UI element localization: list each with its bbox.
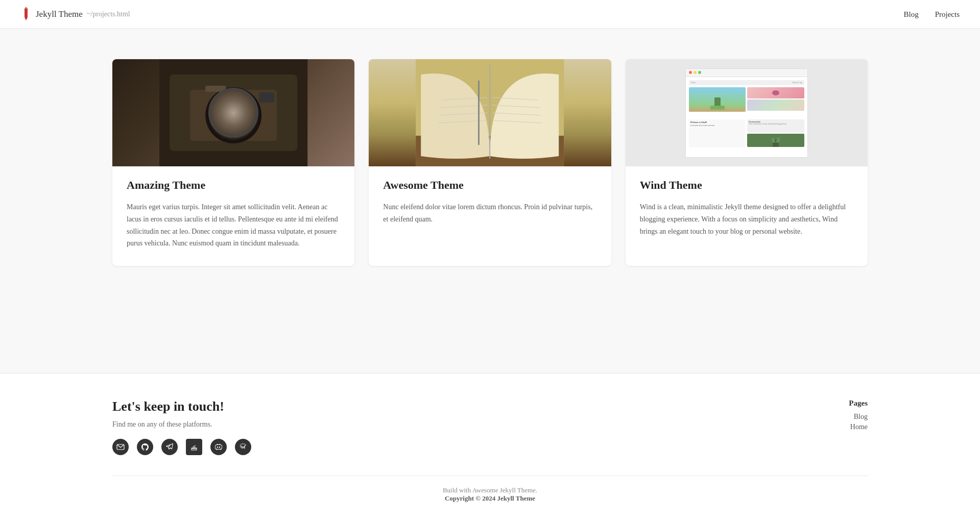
projects-grid: Amazing Theme Mauris eget varius turpis.… — [112, 59, 868, 266]
wind-top-bar — [686, 69, 807, 77]
project-image-wind: Wind Menu Nav Tags — [626, 59, 868, 166]
footer: Let's keep in touch! Find me on any of t… — [0, 373, 980, 523]
footer-stackoverflow-link[interactable] — [186, 439, 202, 455]
footer-telegram-link[interactable] — [161, 439, 178, 455]
footer-mastodon-link[interactable] — [235, 439, 251, 455]
navbar: Jekyll Theme ~/projects.html Blog Projec… — [0, 0, 980, 29]
card-body-amazing: Amazing Theme Mauris eget varius turpis.… — [112, 166, 354, 266]
mastodon-icon — [239, 443, 247, 451]
footer-right: Pages Blog Home — [849, 399, 868, 433]
github-icon — [141, 443, 149, 451]
footer-page-home[interactable]: Home — [849, 423, 868, 431]
card-desc-awesome: Nunc eleifend dolor vitae lorem dictum r… — [383, 201, 596, 226]
footer-icons — [112, 439, 251, 455]
card-title-amazing: Amazing Theme — [127, 179, 340, 192]
card-title-awesome: Awesome Theme — [383, 179, 596, 192]
svg-point-7 — [205, 87, 261, 143]
footer-email-link[interactable] — [112, 439, 129, 455]
card-body-wind: Wind Theme Wind is a clean, minimalistic… — [626, 166, 868, 254]
telegram-icon — [165, 443, 174, 451]
svg-point-8 — [209, 91, 258, 140]
svg-point-12 — [229, 111, 237, 119]
brand-path: ~/projects.html — [87, 10, 130, 18]
card-body-awesome: Awesome Theme Nunc eleifend dolor vitae … — [369, 166, 611, 242]
nav-blog[interactable]: Blog — [903, 10, 918, 18]
footer-left: Let's keep in touch! Find me on any of t… — [112, 399, 251, 455]
svg-point-30 — [219, 446, 220, 447]
svg-rect-14 — [205, 86, 226, 92]
project-card-awesome: Awesome Theme Nunc eleifend dolor vitae … — [369, 59, 611, 266]
footer-github-link[interactable] — [137, 439, 153, 455]
svg-point-9 — [214, 96, 253, 135]
card-title-wind: Wind Theme — [640, 179, 853, 192]
svg-point-29 — [217, 446, 218, 447]
brand-name: Jekyll Theme — [36, 9, 83, 19]
project-image-camera — [112, 59, 354, 166]
card-desc-amazing: Mauris eget varius turpis. Integer sit a… — [127, 201, 340, 250]
footer-tagline: Let's keep in touch! — [112, 399, 251, 414]
jekyll-icon — [20, 7, 32, 21]
nav-links: Blog Projects — [903, 10, 960, 19]
footer-built-with: Build with Awesome Jekyll Theme. — [112, 486, 868, 494]
main-content: Amazing Theme Mauris eget varius turpis.… — [0, 29, 980, 373]
email-icon — [116, 443, 125, 451]
footer-page-blog[interactable]: Blog — [849, 413, 868, 421]
brand-logo[interactable]: Jekyll Theme ~/projects.html — [20, 7, 130, 21]
discord-icon — [214, 443, 223, 451]
footer-discord-link[interactable] — [210, 439, 227, 455]
footer-copyright: Copyright © 2024 Jekyll Theme — [445, 494, 535, 502]
card-desc-wind: Wind is a clean, minimalistic Jekyll the… — [640, 201, 853, 237]
svg-rect-0 — [25, 8, 28, 17]
footer-sub-tagline: Find me on any of these platforms. — [112, 420, 251, 429]
footer-bottom: Build with Awesome Jekyll Theme. Copyrig… — [112, 476, 868, 503]
svg-rect-13 — [259, 92, 274, 103]
book-svg — [369, 59, 611, 166]
footer-pages-heading: Pages — [849, 399, 868, 408]
footer-inner: Let's keep in touch! Find me on any of t… — [112, 399, 868, 455]
stackoverflow-icon — [190, 443, 198, 451]
project-card-wind: Wind Menu Nav Tags — [626, 59, 868, 266]
nav-projects[interactable]: Projects — [935, 10, 960, 18]
wind-mockup: Wind Menu Nav Tags — [685, 68, 808, 158]
svg-marker-1 — [25, 17, 28, 20]
svg-point-10 — [219, 101, 248, 130]
project-image-book — [369, 59, 611, 166]
svg-point-11 — [224, 106, 243, 124]
project-card-amazing: Amazing Theme Mauris eget varius turpis.… — [112, 59, 354, 266]
camera-svg — [112, 59, 354, 166]
